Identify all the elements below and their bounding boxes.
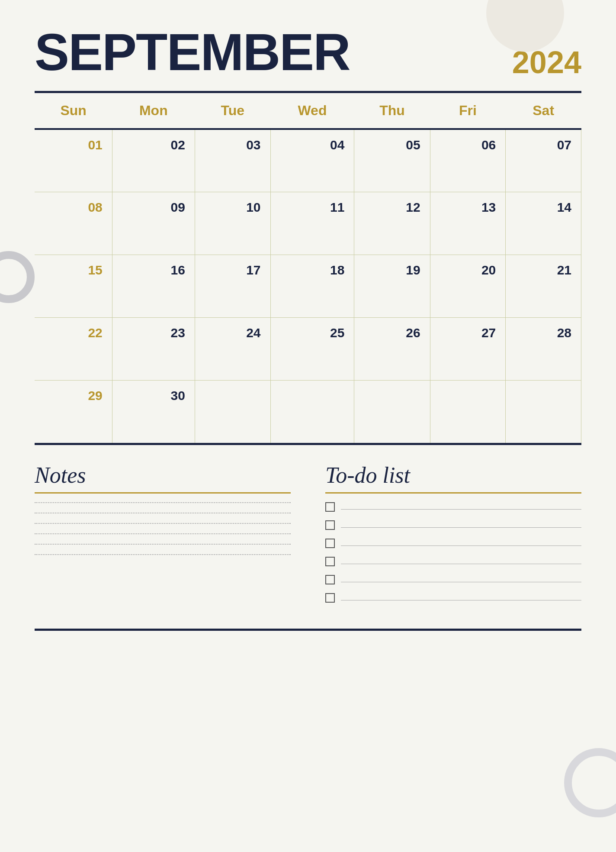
todo-underline — [325, 492, 581, 494]
header-sat: Sat — [506, 93, 581, 129]
day-cell[interactable]: 24 — [195, 317, 270, 380]
day-cell[interactable]: 25 — [270, 317, 354, 380]
page: SEPTEMBER 2024 Sun Mon Tue Wed Thu Fri S… — [0, 0, 616, 852]
day-cell[interactable]: 07 — [506, 129, 581, 192]
day-cell[interactable]: 28 — [506, 317, 581, 380]
bottom-section: Notes To-do list — [35, 462, 581, 611]
day-cell[interactable] — [270, 380, 354, 443]
todo-item-line — [341, 564, 581, 564]
todo-item — [325, 557, 581, 566]
days-header-row: Sun Mon Tue Wed Thu Fri Sat — [35, 93, 581, 129]
todo-checkbox[interactable] — [325, 593, 335, 603]
header-mon: Mon — [112, 93, 195, 129]
calendar-bottom-border — [35, 443, 581, 445]
todo-item-line — [341, 509, 581, 510]
calendar-week-5: 2930 — [35, 380, 581, 443]
notes-line — [35, 502, 291, 503]
day-cell[interactable]: 22 — [35, 317, 112, 380]
day-cell[interactable]: 17 — [195, 255, 270, 317]
todo-checkbox[interactable] — [325, 502, 335, 512]
day-cell[interactable]: 08 — [35, 192, 112, 255]
calendar-week-2: 08091011121314 — [35, 192, 581, 255]
day-cell[interactable]: 27 — [430, 317, 506, 380]
calendar-container: Sun Mon Tue Wed Thu Fri Sat 010203040506… — [35, 91, 581, 445]
day-cell[interactable]: 05 — [354, 129, 430, 192]
day-cell[interactable]: 01 — [35, 129, 112, 192]
day-cell[interactable]: 15 — [35, 255, 112, 317]
day-cell[interactable]: 14 — [506, 192, 581, 255]
day-cell[interactable]: 19 — [354, 255, 430, 317]
day-cell[interactable]: 29 — [35, 380, 112, 443]
todo-item — [325, 575, 581, 584]
todo-item — [325, 539, 581, 548]
todo-item-line — [341, 545, 581, 546]
todo-checkbox[interactable] — [325, 539, 335, 548]
day-cell[interactable]: 04 — [270, 129, 354, 192]
todo-item-line — [341, 600, 581, 600]
day-cell[interactable]: 13 — [430, 192, 506, 255]
todo-item-line — [341, 527, 581, 528]
day-cell[interactable]: 21 — [506, 255, 581, 317]
todo-title: To-do list — [325, 462, 581, 488]
calendar-table: Sun Mon Tue Wed Thu Fri Sat 010203040506… — [35, 93, 581, 443]
header-sun: Sun — [35, 93, 112, 129]
day-cell[interactable]: 03 — [195, 129, 270, 192]
day-cell[interactable] — [506, 380, 581, 443]
todo-item — [325, 502, 581, 512]
notes-title: Notes — [35, 462, 291, 488]
day-cell[interactable] — [430, 380, 506, 443]
todo-item-line — [341, 582, 581, 582]
notes-section: Notes — [35, 462, 291, 611]
day-cell[interactable]: 26 — [354, 317, 430, 380]
notes-lines — [35, 502, 291, 555]
deco-circle-left — [0, 251, 35, 303]
notes-underline — [35, 492, 291, 494]
day-cell[interactable]: 20 — [430, 255, 506, 317]
header-tue: Tue — [195, 93, 270, 129]
todo-item — [325, 520, 581, 530]
header-fri: Fri — [430, 93, 506, 129]
notes-line — [35, 554, 291, 555]
calendar-week-1: 01020304050607 — [35, 129, 581, 192]
day-cell[interactable]: 30 — [112, 380, 195, 443]
day-cell[interactable] — [354, 380, 430, 443]
header-thu: Thu — [354, 93, 430, 129]
todo-items — [325, 502, 581, 603]
day-cell[interactable] — [195, 380, 270, 443]
todo-section: To-do list — [325, 462, 581, 611]
page-bottom-border — [35, 629, 581, 631]
day-cell[interactable]: 06 — [430, 129, 506, 192]
todo-item — [325, 593, 581, 603]
header-wed: Wed — [270, 93, 354, 129]
day-cell[interactable]: 23 — [112, 317, 195, 380]
todo-checkbox[interactable] — [325, 575, 335, 584]
calendar-week-4: 22232425262728 — [35, 317, 581, 380]
day-cell[interactable]: 02 — [112, 129, 195, 192]
calendar-week-3: 15161718192021 — [35, 255, 581, 317]
day-cell[interactable]: 12 — [354, 192, 430, 255]
notes-line — [35, 513, 291, 513]
notes-line — [35, 544, 291, 545]
day-cell[interactable]: 10 — [195, 192, 270, 255]
todo-checkbox[interactable] — [325, 557, 335, 566]
notes-line — [35, 523, 291, 524]
month-title: SEPTEMBER — [35, 26, 350, 78]
todo-checkbox[interactable] — [325, 520, 335, 530]
day-cell[interactable]: 18 — [270, 255, 354, 317]
day-cell[interactable]: 11 — [270, 192, 354, 255]
day-cell[interactable]: 16 — [112, 255, 195, 317]
deco-circle-right — [564, 748, 616, 817]
day-cell[interactable]: 09 — [112, 192, 195, 255]
notes-line — [35, 533, 291, 534]
